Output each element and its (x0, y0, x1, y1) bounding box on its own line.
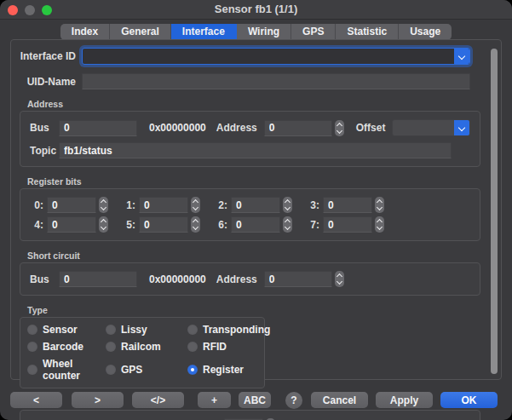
tab-usage[interactable]: Usage (399, 24, 452, 40)
sc-address-label: Address (216, 273, 257, 285)
bus-input[interactable] (59, 120, 137, 136)
radio-icon (106, 365, 116, 375)
ok-button[interactable]: OK (440, 392, 498, 408)
short-circuit-title: Short circuit (27, 250, 480, 261)
bit-7-stepper-icon[interactable] (375, 216, 384, 233)
short-circuit-group: Short circuit Bus 0x00000000 Address (20, 250, 480, 296)
sc-address-input[interactable] (264, 271, 332, 287)
close-window-icon[interactable] (8, 5, 18, 15)
code-button[interactable]: </> (132, 392, 184, 408)
type-group: Type Sensor Lissy Transponding Barcode R… (20, 305, 265, 388)
zoom-window-icon[interactable] (42, 5, 52, 15)
title-bar: Sensor fb1 (1/1) (0, 0, 512, 20)
tab-wiring[interactable]: Wiring (237, 24, 291, 40)
radio-railcom[interactable]: Railcom (106, 341, 187, 353)
chevron-down-icon[interactable] (454, 120, 469, 135)
add-button[interactable]: + (198, 392, 231, 408)
dialog-window: Sensor fb1 (1/1) Index General Interface… (0, 0, 512, 420)
offset-value (393, 120, 454, 135)
sc-bus-label: Bus (30, 273, 59, 285)
address-label: Address (216, 122, 257, 134)
address-input[interactable] (264, 120, 332, 136)
radio-wheel-counter[interactable]: Wheel counter (27, 358, 106, 382)
radio-icon (187, 342, 198, 352)
radio-icon (27, 325, 37, 335)
interface-id-select[interactable] (82, 48, 470, 65)
help-button[interactable]: ? (285, 392, 302, 409)
bit-0-stepper-icon[interactable] (99, 197, 108, 213)
radio-lissy[interactable]: Lissy (106, 324, 187, 336)
traffic-lights (8, 5, 52, 15)
bit-1-label: 1: (122, 199, 135, 211)
bit-5-input[interactable] (139, 216, 188, 233)
radio-transponding[interactable]: Transponding (187, 324, 270, 336)
prev-button[interactable]: < (10, 392, 62, 408)
radio-barcode[interactable]: Barcode (27, 341, 106, 353)
bit-0-input[interactable] (47, 197, 96, 213)
footer-button-bar: < > </> + ABC ? Cancel Apply OK (0, 380, 512, 420)
radio-selected-icon (187, 365, 198, 375)
sc-hex-value: 0x00000000 (149, 273, 206, 285)
interface-form-panel: Interface ID UID-Name Address Bus 0x0000… (10, 39, 502, 380)
radio-icon (106, 325, 116, 335)
address-stepper-icon[interactable] (335, 120, 344, 136)
tab-interface[interactable]: Interface (171, 24, 237, 40)
uid-name-input[interactable] (82, 73, 470, 89)
bit-3-stepper-icon[interactable] (375, 197, 384, 213)
type-group-title: Type (27, 305, 265, 315)
radio-icon (27, 342, 37, 352)
bit-4-input[interactable] (47, 216, 96, 233)
bit-6-label: 6: (214, 219, 227, 231)
radio-icon (187, 325, 198, 335)
offset-select[interactable] (392, 119, 470, 136)
bit-7-input[interactable] (323, 216, 372, 233)
bit-6-stepper-icon[interactable] (283, 216, 292, 233)
cancel-button[interactable]: Cancel (311, 392, 368, 408)
interface-id-value (83, 49, 454, 64)
bit-4-stepper-icon[interactable] (99, 216, 108, 233)
radio-icon (27, 365, 37, 375)
bit-1-stepper-icon[interactable] (191, 197, 200, 213)
bit-6-input[interactable] (231, 216, 280, 233)
tab-bar: Index General Interface Wiring GPS Stati… (0, 24, 512, 40)
register-bits-group: Register bits 0: 1: 2: 3: 4: 5: 6: 7: (20, 176, 480, 241)
vertical-scrollbar[interactable] (491, 49, 498, 374)
bit-4-label: 4: (30, 219, 43, 231)
bit-5-label: 5: (122, 219, 135, 231)
tab-general[interactable]: General (110, 24, 171, 40)
bus-label: Bus (30, 122, 59, 134)
bit-5-stepper-icon[interactable] (191, 216, 200, 233)
bit-2-input[interactable] (231, 197, 280, 213)
radio-icon (106, 342, 116, 352)
radio-sensor[interactable]: Sensor (27, 324, 106, 336)
bit-3-input[interactable] (323, 197, 372, 213)
chevron-down-icon[interactable] (454, 49, 469, 64)
interface-id-label: Interface ID (20, 50, 76, 62)
topic-label: Topic (30, 145, 59, 157)
uid-name-label: UID-Name (20, 76, 76, 88)
bit-1-input[interactable] (139, 197, 188, 213)
minimize-window-icon[interactable] (25, 5, 35, 15)
topic-input[interactable] (59, 142, 452, 158)
address-group: Address Bus 0x00000000 Address Offset (20, 99, 480, 167)
bit-2-stepper-icon[interactable] (283, 197, 292, 213)
radio-register[interactable]: Register (187, 358, 270, 382)
sc-address-stepper-icon[interactable] (335, 271, 344, 287)
tab-segments: Index General Interface Wiring GPS Stati… (60, 24, 452, 40)
bit-2-label: 2: (214, 199, 227, 211)
window-title: Sensor fb1 (1/1) (0, 0, 512, 19)
apply-button[interactable]: Apply (376, 392, 433, 408)
sc-bus-input[interactable] (59, 271, 137, 287)
tab-index[interactable]: Index (60, 24, 110, 40)
radio-rfid[interactable]: RFID (187, 341, 270, 353)
bus-hex-value: 0x00000000 (149, 122, 206, 134)
radio-gps[interactable]: GPS (106, 358, 187, 382)
abc-button[interactable]: ABC (239, 392, 271, 408)
address-group-title: Address (27, 99, 480, 109)
next-button[interactable]: > (72, 392, 124, 408)
bit-3-label: 3: (306, 199, 319, 211)
bit-7-label: 7: (306, 219, 319, 231)
tab-gps[interactable]: GPS (291, 24, 336, 40)
tab-statistic[interactable]: Statistic (336, 24, 399, 40)
bit-0-label: 0: (30, 199, 43, 211)
